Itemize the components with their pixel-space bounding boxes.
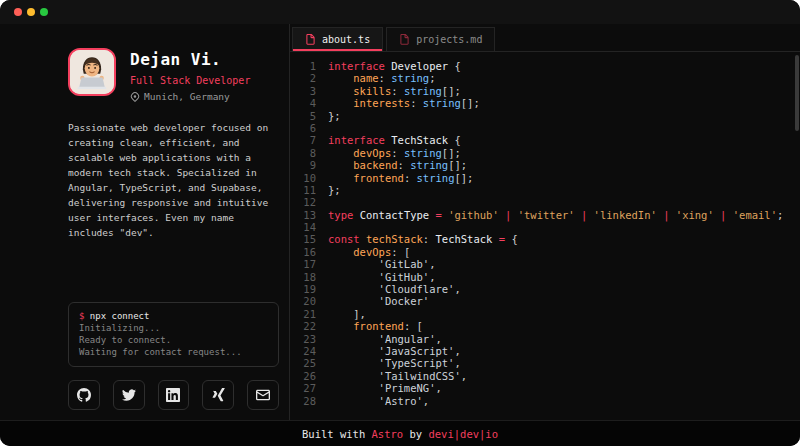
twitter-link[interactable] — [113, 380, 145, 410]
footer-link[interactable]: Astro — [372, 428, 404, 440]
line-number: 1 — [292, 60, 316, 72]
line-number: 20 — [292, 295, 316, 307]
xing-icon — [211, 388, 225, 402]
tab-bar: about.tsprojects.md — [290, 24, 800, 52]
close-button[interactable] — [14, 8, 22, 16]
line-number: 22 — [292, 320, 316, 332]
code-line: 8 devOps: string[]; — [292, 147, 800, 159]
linkedin-icon — [166, 388, 180, 402]
code-line: 23 'Angular', — [292, 333, 800, 345]
app-window: Dejan Vi. Full Stack Developer Munich, G… — [0, 0, 800, 446]
line-number: 8 — [292, 147, 316, 159]
line-number: 24 — [292, 345, 316, 357]
line-number: 4 — [292, 97, 316, 109]
sidebar-spacer — [68, 240, 279, 302]
footer-text: Built with — [302, 428, 372, 440]
code-text: ], — [328, 308, 366, 320]
code-line: 13type ContactType = 'github' | 'twitter… — [292, 209, 800, 221]
tab-label: about.ts — [322, 34, 370, 45]
code-text: interface Developer { — [328, 60, 461, 72]
scrollbar-thumb[interactable] — [795, 55, 799, 131]
code-line: 26 'TailwindCSS', — [292, 370, 800, 382]
code-text: const techStack: TechStack = { — [328, 233, 518, 245]
line-number: 17 — [292, 258, 316, 270]
code-line: 12 — [292, 196, 800, 208]
code-line: 10 frontend: string[]; — [292, 172, 800, 184]
line-number: 28 — [292, 395, 316, 407]
github-icon — [77, 388, 91, 402]
line-number: 11 — [292, 184, 316, 196]
code-text: 'GitLab', — [328, 258, 435, 270]
code-text: 'JavaScript', — [328, 345, 461, 357]
footer: Built with Astro by devi|dev|io — [0, 420, 800, 446]
line-number: 13 — [292, 209, 316, 221]
avatar-image — [70, 50, 114, 94]
code-text: }; — [328, 184, 341, 196]
sidebar: Dejan Vi. Full Stack Developer Munich, G… — [0, 24, 290, 420]
code-line: 9 backend: string[]; — [292, 159, 800, 171]
code-text: 'Angular', — [328, 333, 442, 345]
terminal-line: Initializing... — [79, 322, 268, 334]
location-text: Munich, Germany — [144, 91, 230, 102]
code-line: 1interface Developer { — [292, 60, 800, 72]
line-number: 18 — [292, 271, 316, 283]
code-line: 2 name: string; — [292, 72, 800, 84]
minimize-button[interactable] — [27, 8, 35, 16]
code-line: 22 frontend: [ — [292, 320, 800, 332]
tab-projects.md[interactable]: projects.md — [386, 27, 495, 51]
profile-location: Munich, Germany — [130, 91, 250, 102]
email-link[interactable] — [247, 380, 279, 410]
profile-meta: Dejan Vi. Full Stack Developer Munich, G… — [130, 48, 250, 102]
line-number: 14 — [292, 221, 316, 233]
code-text: devOps: [ — [328, 246, 410, 258]
code-text: }; — [328, 110, 341, 122]
code-line: 5}; — [292, 110, 800, 122]
code-text: 'Docker' — [328, 295, 429, 307]
file-icon — [305, 34, 316, 45]
line-number: 2 — [292, 72, 316, 84]
line-number: 23 — [292, 333, 316, 345]
code-text: frontend: string[]; — [328, 172, 473, 184]
code-line: 17 'GitLab', — [292, 258, 800, 270]
code-line: 14 — [292, 221, 800, 233]
terminal-output: Initializing...Ready to connect.Waiting … — [79, 322, 268, 358]
line-number: 15 — [292, 233, 316, 245]
code-text: 'GitHub', — [328, 271, 435, 283]
editor-pane: about.tsprojects.md 1interface Developer… — [290, 24, 800, 420]
github-link[interactable] — [68, 380, 100, 410]
file-icon — [399, 34, 410, 45]
code-line: 27 'PrimeNG', — [292, 382, 800, 394]
email-icon — [256, 388, 270, 402]
line-number: 26 — [292, 370, 316, 382]
terminal-command: $ npx connect — [79, 310, 268, 322]
avatar — [68, 48, 116, 96]
maximize-button[interactable] — [40, 8, 48, 16]
twitter-icon — [122, 388, 136, 402]
code-line: 16 devOps: [ — [292, 246, 800, 258]
line-number: 12 — [292, 196, 316, 208]
line-number: 5 — [292, 110, 316, 122]
code-text: 'Astro', — [328, 395, 429, 407]
terminal-widget: $ npx connect Initializing...Ready to co… — [68, 302, 279, 367]
window-controls — [14, 8, 48, 16]
line-number: 25 — [292, 357, 316, 369]
xing-link[interactable] — [202, 380, 234, 410]
line-number: 27 — [292, 382, 316, 394]
code-text: frontend: [ — [328, 320, 423, 332]
line-number: 3 — [292, 85, 316, 97]
code-text: devOps: string[]; — [328, 147, 461, 159]
window-titlebar — [0, 0, 800, 24]
line-number: 16 — [292, 246, 316, 258]
code-line: 18 'GitHub', — [292, 271, 800, 283]
code-text: type ContactType = 'github' | 'twitter' … — [328, 209, 783, 221]
code-text: interface TechStack { — [328, 134, 461, 146]
line-number: 10 — [292, 172, 316, 184]
linkedin-link[interactable] — [158, 380, 190, 410]
profile-name: Dejan Vi. — [130, 50, 250, 69]
terminal-line: Waiting for contact request... — [79, 346, 268, 358]
tab-about.ts[interactable]: about.ts — [292, 27, 383, 51]
code-line: 21 ], — [292, 308, 800, 320]
social-links — [68, 380, 279, 410]
code-line: 11}; — [292, 184, 800, 196]
footer-link[interactable]: devi|dev|io — [428, 428, 498, 440]
